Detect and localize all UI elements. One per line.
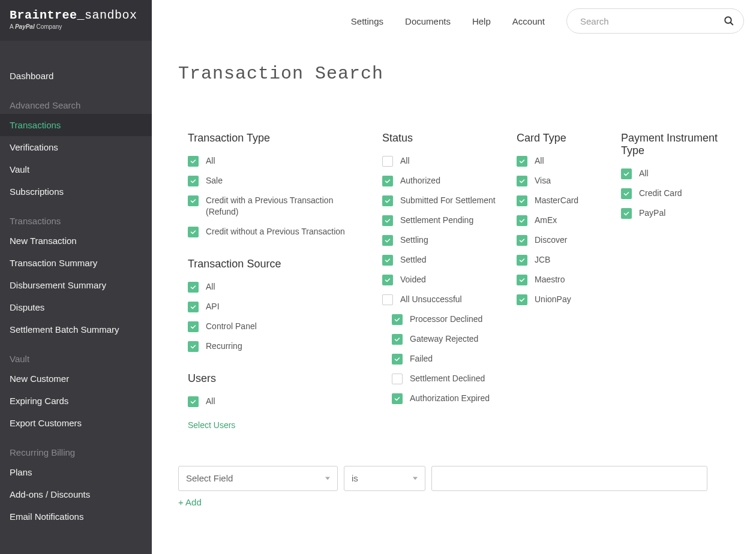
transaction-type-checkbox[interactable] [188, 156, 199, 167]
chevron-down-icon [325, 477, 330, 480]
status-label: All Unsuccessful [400, 294, 462, 305]
status-row: Voided [382, 274, 502, 285]
svg-line-1 [730, 22, 733, 25]
status-checkbox[interactable] [382, 294, 393, 305]
status-sub-row: Settlement Declined [392, 373, 502, 384]
filter-area: Transaction Type AllSaleCredit with a Pr… [152, 84, 756, 448]
sidebar-item-transactions[interactable]: Transactions [0, 114, 152, 136]
field-value-input[interactable] [431, 466, 707, 491]
status-sub-label: Processor Declined [410, 314, 482, 325]
status-label: All [400, 155, 410, 167]
transaction-type-label: Credit without a Previous Transaction [206, 226, 345, 237]
payment-instrument-row: PayPal [621, 207, 729, 219]
transaction-type-checkbox[interactable] [188, 176, 199, 186]
transaction-source-row: All [188, 281, 368, 293]
sidebar-item-new-transaction[interactable]: New Transaction [0, 230, 152, 252]
status-label: Authorized [400, 175, 440, 186]
status-checkbox[interactable] [382, 215, 393, 226]
group-title-transaction-source: Transaction Source [188, 258, 368, 270]
card-type-checkbox[interactable] [517, 294, 527, 305]
status-checkbox[interactable] [382, 255, 393, 266]
card-type-checkbox[interactable] [517, 195, 527, 206]
payment-instrument-checkbox[interactable] [621, 168, 632, 179]
svg-point-0 [725, 17, 731, 23]
topnav-documents[interactable]: Documents [405, 16, 451, 26]
status-sub-checkbox[interactable] [392, 334, 403, 345]
transaction-source-row: Recurring [188, 341, 368, 352]
status-label: Voided [400, 274, 426, 285]
group-title-transaction-type: Transaction Type [188, 132, 368, 144]
transaction-source-checkbox[interactable] [188, 321, 199, 332]
card-type-checkbox[interactable] [517, 176, 527, 186]
payment-instrument-row: All [621, 168, 729, 179]
select-field-value: Select Field [186, 473, 233, 483]
transaction-type-checkbox[interactable] [188, 227, 199, 237]
transaction-source-checkbox[interactable] [188, 302, 199, 312]
status-row: All Unsuccessful [382, 294, 502, 305]
topnav-help[interactable]: Help [472, 16, 491, 26]
status-row: Authorized [382, 175, 502, 186]
status-sub-checkbox[interactable] [392, 374, 403, 384]
sidebar-item-disbursement-summary[interactable]: Disbursement Summary [0, 274, 152, 296]
status-sub-checkbox[interactable] [392, 354, 403, 365]
status-label: Settlement Pending [400, 215, 473, 226]
status-checkbox[interactable] [382, 176, 393, 186]
transaction-type-row: Sale [188, 175, 368, 186]
sidebar-item-export-customers[interactable]: Export Customers [0, 412, 152, 434]
status-sub-checkbox[interactable] [392, 393, 403, 404]
sidebar: Braintree_sandbox A PayPal Company Dashb… [0, 0, 152, 554]
payment-instrument-label: PayPal [639, 207, 665, 219]
group-title-status: Status [382, 132, 502, 144]
sidebar-item-dashboard[interactable]: Dashboard [0, 65, 152, 87]
users-checkbox[interactable] [188, 396, 199, 407]
card-type-label: UnionPay [535, 294, 571, 305]
status-label: Settling [400, 234, 428, 246]
card-type-label: MasterCard [535, 195, 578, 206]
sidebar-item-addons-discounts[interactable]: Add-ons / Discounts [0, 483, 152, 505]
sidebar-item-new-customer[interactable]: New Customer [0, 368, 152, 390]
transaction-type-checkbox[interactable] [188, 195, 199, 206]
search-icon[interactable] [724, 16, 734, 26]
transaction-source-checkbox[interactable] [188, 282, 199, 293]
card-type-row: UnionPay [517, 294, 607, 305]
status-sub-row: Gateway Rejected [392, 333, 502, 345]
status-checkbox[interactable] [382, 156, 393, 167]
add-field-link[interactable]: + Add [152, 491, 228, 507]
card-type-row: Discover [517, 234, 607, 246]
status-checkbox[interactable] [382, 235, 393, 246]
sidebar-item-plans[interactable]: Plans [0, 461, 152, 483]
transaction-type-label: All [206, 155, 215, 167]
card-type-checkbox[interactable] [517, 255, 527, 266]
card-type-checkbox[interactable] [517, 235, 527, 246]
card-type-checkbox[interactable] [517, 156, 527, 167]
status-checkbox[interactable] [382, 275, 393, 285]
select-field-dropdown[interactable]: Select Field [178, 466, 338, 491]
payment-instrument-checkbox[interactable] [621, 188, 632, 199]
sidebar-item-email-notifications[interactable]: Email Notifications [0, 505, 152, 528]
select-users-link[interactable]: Select Users [188, 420, 235, 430]
topnav-settings[interactable]: Settings [351, 16, 383, 26]
status-checkbox[interactable] [382, 195, 393, 206]
status-sub-label: Gateway Rejected [410, 333, 478, 345]
search-input[interactable] [566, 8, 744, 34]
sidebar-item-expiring-cards[interactable]: Expiring Cards [0, 390, 152, 412]
transaction-type-row: Credit without a Previous Transaction [188, 226, 368, 237]
page-title: Transaction Search [152, 40, 756, 84]
transaction-source-checkbox[interactable] [188, 341, 199, 352]
topnav-account[interactable]: Account [512, 16, 545, 26]
sidebar-header-transactions: Transactions [0, 211, 152, 230]
sidebar-item-settlement-batch-summary[interactable]: Settlement Batch Summary [0, 318, 152, 341]
sidebar-item-vault[interactable]: Vault [0, 158, 152, 180]
payment-instrument-checkbox[interactable] [621, 208, 632, 219]
sidebar-item-subscriptions[interactable]: Subscriptions [0, 180, 152, 203]
sidebar-item-transaction-summary[interactable]: Transaction Summary [0, 252, 152, 274]
sidebar-item-verifications[interactable]: Verifications [0, 136, 152, 158]
topbar: Settings Documents Help Account [152, 0, 756, 40]
card-type-row: AmEx [517, 215, 607, 226]
card-type-checkbox[interactable] [517, 275, 527, 285]
users-row: All [188, 396, 368, 407]
card-type-checkbox[interactable] [517, 215, 527, 226]
select-operator-dropdown[interactable]: is [344, 466, 425, 491]
status-sub-checkbox[interactable] [392, 314, 403, 325]
sidebar-item-disputes[interactable]: Disputes [0, 296, 152, 318]
